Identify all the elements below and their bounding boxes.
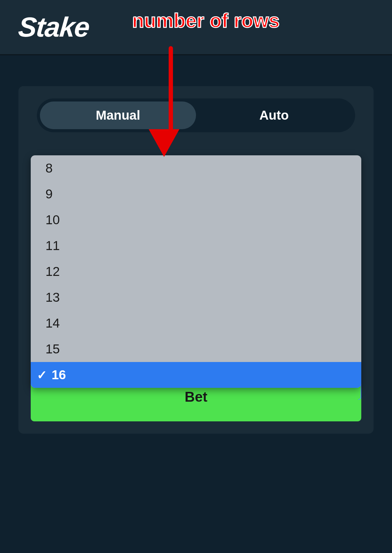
stake-logo: Stake	[17, 11, 90, 43]
dropdown-option-13[interactable]: 13	[31, 284, 361, 310]
annotation-arrow	[162, 46, 179, 157]
dropdown-option-16[interactable]: ✓ 16	[31, 362, 361, 388]
dropdown-selected-label: 16	[52, 368, 66, 382]
dropdown-option-12[interactable]: 12	[31, 259, 361, 284]
dropdown-option-14[interactable]: 14	[31, 310, 361, 336]
annotation-text: number of rows	[132, 9, 280, 32]
tab-auto[interactable]: Auto	[196, 101, 352, 129]
rows-dropdown[interactable]: 8 9 10 11 12 13 14 15 ✓ 16	[31, 155, 361, 388]
mode-tab-switch: Manual Auto	[37, 98, 355, 132]
dropdown-option-8[interactable]: 8	[31, 155, 361, 181]
checkmark-icon: ✓	[37, 368, 47, 382]
dropdown-option-15[interactable]: 15	[31, 336, 361, 362]
dropdown-option-9[interactable]: 9	[31, 181, 361, 207]
dropdown-option-11[interactable]: 11	[31, 233, 361, 259]
dropdown-option-10[interactable]: 10	[31, 207, 361, 233]
